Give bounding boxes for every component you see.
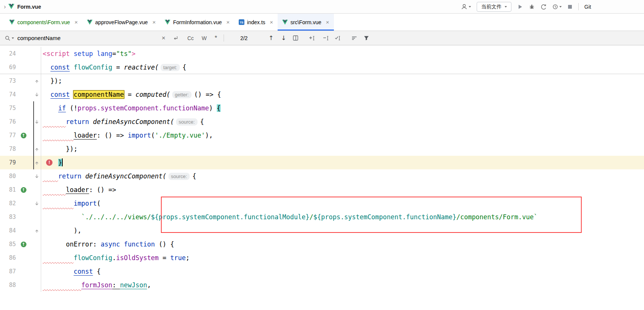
line-number[interactable]: 86 [0, 251, 17, 265]
code-text[interactable]: if (!props.systemComponent.functionName)… [41, 101, 644, 115]
code-text[interactable]: } [41, 156, 644, 169]
line-number[interactable]: 73 [0, 74, 17, 88]
line-number[interactable]: 75 [0, 101, 17, 115]
breadcrumb-chevron[interactable]: › [4, 3, 6, 11]
editor-tab[interactable]: approveFlowPage.vue× [82, 14, 160, 31]
code-text[interactable]: const { [41, 265, 644, 278]
code-text[interactable]: loader: () => import('./Empty.vue'), [41, 129, 644, 142]
line-number[interactable]: 81 [0, 183, 17, 197]
fold-icon[interactable] [29, 169, 41, 183]
code-text[interactable]: `./../../../views/${props.systemComponen… [41, 210, 644, 224]
error-icon[interactable]: ! [46, 160, 53, 166]
fold-icon[interactable] [29, 74, 41, 88]
editor-tab[interactable]: components\Form.vue× [5, 14, 82, 31]
line-number[interactable]: 79 [0, 156, 17, 169]
profiler-icon[interactable] [541, 4, 547, 10]
clear-search-icon[interactable]: × [162, 35, 165, 41]
select-all-occurrences-icon[interactable] [335, 36, 341, 41]
gutter-mark-space [17, 169, 29, 183]
override-marker-icon[interactable]: ↑ [17, 183, 29, 197]
line-number[interactable]: 76 [0, 115, 17, 129]
tab-close-icon[interactable]: × [270, 19, 273, 25]
tab-close-icon[interactable]: × [226, 19, 230, 25]
line-number[interactable]: 24 [0, 47, 17, 60]
fold-icon[interactable] [29, 224, 41, 237]
code-token: : () => [97, 132, 128, 139]
run-icon[interactable] [517, 4, 523, 10]
code-line: 82 import( [0, 197, 644, 210]
fold-icon[interactable] [29, 156, 41, 169]
code-text[interactable]: ), [41, 224, 644, 237]
user-profile-icon[interactable] [461, 3, 471, 10]
code-line: 75 if (!props.systemComponent.functionNa… [0, 101, 644, 115]
tab-close-icon[interactable]: × [326, 19, 329, 25]
editor-tab[interactable]: TSindex.ts× [234, 14, 278, 31]
divider [224, 34, 224, 42]
search-history-chevron-icon[interactable] [12, 37, 14, 39]
run-with-coverage-icon[interactable] [552, 4, 562, 10]
override-marker-icon[interactable]: ↑ [17, 129, 29, 142]
open-results-icon[interactable] [293, 35, 298, 41]
code-line: 76 return defineAsyncComponent(source:{ [0, 115, 644, 129]
code-token [43, 186, 66, 194]
tab-close-icon[interactable]: × [74, 19, 78, 25]
newline-icon[interactable] [173, 36, 178, 41]
override-marker-icon[interactable]: ↑ [17, 237, 29, 251]
code-text[interactable]: <script setup lang="ts"> [41, 47, 644, 60]
next-match-icon[interactable]: ↓ [281, 34, 286, 42]
tab-close-icon[interactable]: × [152, 19, 156, 25]
code-token [43, 132, 74, 139]
code-text[interactable]: loader: () => [41, 183, 644, 197]
code-text[interactable]: onError: async function () { [41, 237, 644, 251]
editor-tab[interactable]: FormInformation.vue× [160, 14, 234, 31]
regex-toggle[interactable]: * [215, 34, 217, 42]
code-token: }); [50, 77, 62, 85]
match-case-toggle[interactable]: Cc [187, 35, 194, 41]
search-options-icon[interactable] [352, 36, 357, 40]
stop-icon[interactable] [567, 4, 573, 9]
fold-icon[interactable] [29, 142, 41, 156]
code-text[interactable]: return defineAsyncComponent(source:{ [41, 169, 644, 183]
line-number[interactable]: 85 [0, 237, 17, 251]
code-text[interactable]: }); [41, 142, 644, 156]
code-line: 81↑ loader: () => [0, 183, 644, 197]
line-number[interactable]: 82 [0, 197, 17, 210]
code-line: 84 ), [0, 224, 644, 237]
code-text[interactable]: return defineAsyncComponent(source:{ [41, 115, 644, 129]
add-occurrence-icon[interactable] [309, 36, 315, 41]
search-input[interactable]: componentName [17, 35, 162, 41]
fold-icon[interactable] [29, 115, 41, 129]
line-number[interactable]: 88 [0, 278, 17, 292]
line-number[interactable]: 74 [0, 88, 17, 101]
git-menu[interactable]: Git [584, 4, 591, 10]
line-number[interactable]: 78 [0, 142, 17, 156]
words-toggle[interactable]: W [202, 35, 207, 41]
search-icon[interactable] [5, 35, 11, 41]
line-number[interactable]: 69 [0, 60, 17, 74]
line-number[interactable]: 87 [0, 265, 17, 278]
line-number[interactable]: 80 [0, 169, 17, 183]
code-token: setup [74, 50, 93, 57]
fold-icon[interactable] [29, 197, 41, 210]
code-text[interactable]: const componentName = computed(getter:()… [41, 88, 644, 101]
code-text[interactable]: }); [41, 74, 644, 88]
fold-icon[interactable] [29, 88, 41, 101]
editor-tab[interactable]: src\Form.vue× [278, 14, 334, 31]
code-lines: 24<script setup lang="ts">69 const flowC… [0, 45, 644, 292]
line-number[interactable]: 84 [0, 224, 17, 237]
run-config-selector[interactable]: 当前文件 [477, 2, 511, 12]
code-text[interactable]: formJson: newJson, [41, 278, 644, 292]
remove-occurrence-icon[interactable] [323, 36, 329, 41]
debug-icon[interactable] [529, 4, 535, 10]
code-text[interactable]: flowConfig.isOldSystem = true; [41, 251, 644, 265]
line-number[interactable]: 83 [0, 210, 17, 224]
code-token: loader [74, 132, 97, 139]
filter-icon[interactable] [364, 36, 369, 40]
line-number[interactable]: 77 [0, 129, 17, 142]
code-editor[interactable]: 24<script setup lang="ts">69 const flowC… [0, 45, 644, 310]
code-line: 85↑ onError: async function () { [0, 237, 644, 251]
gutter-fold-space [29, 237, 41, 251]
code-text[interactable]: import( [41, 197, 644, 210]
code-text[interactable]: const flowConfig = reactive(target:{ [41, 60, 644, 74]
prev-match-icon[interactable]: ↑ [269, 34, 273, 42]
